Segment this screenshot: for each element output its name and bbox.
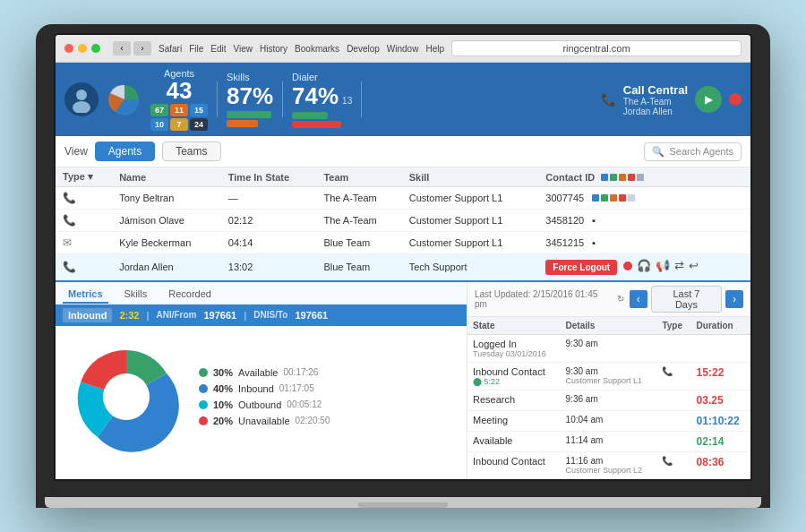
date-nav: ‹ Last 7 Days › xyxy=(630,286,743,313)
table-row[interactable]: ✉ Kyle Beckerman 04:14 Blue Team Custome… xyxy=(56,232,750,254)
record-indicator xyxy=(729,93,742,106)
agent-badge-0: 67 xyxy=(150,104,168,116)
agent-time: 04:14 xyxy=(221,232,317,254)
agent-time: 13:02 xyxy=(221,254,317,280)
state-duration: 03.25 xyxy=(691,390,750,410)
more-icon[interactable]: ↩ xyxy=(689,259,699,272)
phone-icon: 📞 xyxy=(662,366,673,376)
agent-time: 02:12 xyxy=(221,210,317,232)
agent-team: The A-Team xyxy=(316,210,401,232)
agent-team: Blue Team xyxy=(316,232,401,254)
menu-safari[interactable]: Safari xyxy=(159,44,182,54)
state-name: Available xyxy=(467,431,561,451)
agent-contact: 3007745 xyxy=(538,187,750,210)
legend-available: 30% Available 00:17:26 xyxy=(199,367,330,378)
laptop-frame: ‹ › Safari File Edit View History Bookma… xyxy=(36,24,770,508)
callcentral-title: Call Central xyxy=(623,83,688,97)
legend-outbound: 10% Outbound 00:05:12 xyxy=(199,399,330,410)
close-button[interactable] xyxy=(64,44,73,53)
last-updated: Last Updated: 2/15/2016 01:45 pm xyxy=(475,289,612,309)
agents-number: 43 xyxy=(167,79,193,102)
legend-dot-cyan xyxy=(199,400,208,409)
tab-skills[interactable]: Skills xyxy=(119,286,153,304)
laptop-screen: ‹ › Safari File Edit View History Bookma… xyxy=(54,33,752,481)
state-name: Logged In Tuesday 03/01/2016 xyxy=(467,334,561,362)
legend-unavailable: 20% Unavailable 02:20:50 xyxy=(199,416,330,426)
state-row[interactable]: Inbound Contact ⬤ 5:22 9:30 am Customer … xyxy=(467,362,750,390)
next-date-button[interactable]: › xyxy=(725,290,743,308)
action-icons: 🎧 📢 ⇄ ↩ xyxy=(623,259,699,272)
callcentral-user: Jordan Allen xyxy=(623,107,688,116)
dialer-bars xyxy=(292,112,352,128)
back-button[interactable]: ‹ xyxy=(113,41,131,56)
tab-recorded[interactable]: Recorded xyxy=(163,286,217,304)
agent-badge-1: 11 xyxy=(170,104,188,116)
skills-bar-green xyxy=(227,111,271,118)
table-header-row: Type ▾ Name Time In State Team Skill Con… xyxy=(56,167,750,187)
menu-view[interactable]: View xyxy=(233,44,253,54)
agent-contact: 3458120 ▪ xyxy=(538,210,750,232)
headset-icon[interactable]: 🎧 xyxy=(637,259,651,272)
state-row[interactable]: Available 11:14 am 02:14 xyxy=(467,431,750,451)
agent-badge-5: 24 xyxy=(190,118,208,131)
inbound-label: Inbound xyxy=(63,308,112,322)
state-row[interactable]: Logged In Tuesday 03/01/2016 9:30 am xyxy=(467,334,750,362)
state-duration: 08:36 xyxy=(691,451,750,478)
contact-dot xyxy=(610,194,617,202)
inbound-label-legend: Inbound xyxy=(238,383,274,394)
transfer-icon[interactable]: ⇄ xyxy=(674,259,684,272)
date-range-button[interactable]: Last 7 Days xyxy=(651,286,723,313)
tab-metrics[interactable]: Metrics xyxy=(63,286,108,304)
unavailable-pct: 20% xyxy=(213,416,233,426)
forward-button[interactable]: › xyxy=(133,41,151,56)
refresh-icon[interactable]: ↻ xyxy=(617,294,624,304)
force-logout-button[interactable]: Force Logout xyxy=(545,260,617,275)
speaker-icon[interactable]: 📢 xyxy=(656,259,670,272)
maximize-button[interactable] xyxy=(91,44,100,53)
menu-history[interactable]: History xyxy=(260,44,287,54)
dialer-bar-red xyxy=(292,121,341,128)
available-label: Available xyxy=(238,367,278,378)
state-duration: 02:14 xyxy=(691,431,750,451)
ani-value: 197661 xyxy=(203,310,236,321)
table-row[interactable]: 📞 Jámison Olave 02:12 The A-Team Custome… xyxy=(56,210,750,232)
svg-point-0 xyxy=(76,90,87,100)
agents-tab[interactable]: Agents xyxy=(95,142,155,161)
browser-nav: ‹ › xyxy=(113,41,151,56)
minimize-button[interactable] xyxy=(78,44,87,53)
state-type xyxy=(656,431,690,451)
menu-file[interactable]: File xyxy=(189,44,203,54)
menu-help[interactable]: Help xyxy=(425,44,444,54)
state-name: Research xyxy=(467,390,561,410)
address-bar[interactable]: ringcentral.com xyxy=(451,40,742,56)
prev-date-button[interactable]: ‹ xyxy=(630,290,647,308)
table-row[interactable]: 📞 Tony Beltran — The A-Team Customer Sup… xyxy=(56,187,750,210)
state-row[interactable]: Meeting 10:04 am 01:10:22 xyxy=(467,410,750,431)
state-type: 📞 xyxy=(656,451,690,478)
callcentral-info: Call Central The A-Team Jordan Allen xyxy=(623,83,688,116)
inbound-time-legend: 01:17:05 xyxy=(279,383,314,393)
menu-window[interactable]: Window xyxy=(387,44,419,54)
menu-edit[interactable]: Edit xyxy=(210,44,226,54)
avatar xyxy=(64,82,99,116)
legend-dot-green xyxy=(199,368,208,377)
state-duration: 15:22 xyxy=(691,362,750,390)
type-email-icon: ✉ xyxy=(63,236,72,249)
record-dot xyxy=(623,262,632,270)
inbound-time: 2:32 xyxy=(119,310,139,321)
col-contact: Contact ID xyxy=(538,167,750,187)
callcentral-icon: 📞 xyxy=(601,92,616,107)
table-row-selected[interactable]: 📞 Jordan Allen 13:02 Blue Team Tech Supp… xyxy=(56,254,750,280)
teams-tab[interactable]: Teams xyxy=(162,142,220,161)
col-name: Name xyxy=(112,167,221,187)
menu-bookmarks[interactable]: Bookmarks xyxy=(295,44,339,54)
search-box[interactable]: 🔍 Search Agents xyxy=(644,142,742,161)
skills-pct: 87% xyxy=(227,82,273,110)
play-button[interactable]: ▶ xyxy=(695,86,722,113)
state-row[interactable]: Inbound Contact 11:16 am Customer Suppor… xyxy=(467,451,750,478)
metrics-tabs: Metrics Skills Recorded xyxy=(56,282,467,305)
state-row[interactable]: Research 9:36 am 03.25 xyxy=(467,390,750,410)
available-time: 00:17:26 xyxy=(283,367,318,377)
menu-develop[interactable]: Develop xyxy=(347,44,380,54)
browser-menu: Safari File Edit View History Bookmarks … xyxy=(159,44,444,54)
